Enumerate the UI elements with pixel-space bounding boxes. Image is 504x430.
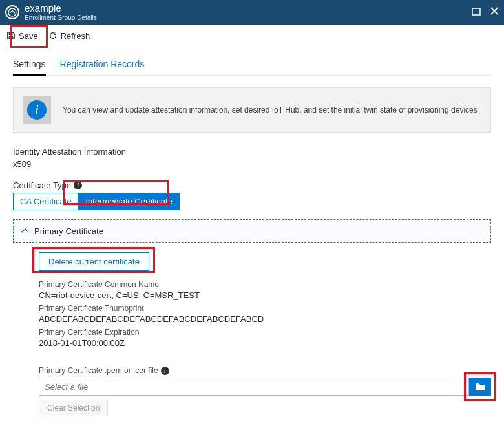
- info-text: You can view and update attestation info…: [63, 105, 478, 114]
- service-icon: [5, 5, 19, 19]
- refresh-button[interactable]: Refresh: [48, 31, 90, 41]
- cert-type-toggle: CA Certificate Intermediate Certificate: [13, 193, 491, 210]
- identity-value: x509: [13, 159, 491, 169]
- info-banner: i You can view and update attestation in…: [13, 87, 491, 133]
- info-dot-icon[interactable]: i: [161, 367, 169, 375]
- cert-type-intermediate[interactable]: Intermediate Certificate: [78, 193, 179, 210]
- panel-title: example: [25, 3, 97, 14]
- cert-type-ca[interactable]: CA Certificate: [13, 193, 78, 210]
- panel-header: example Enrollment Group Details: [0, 0, 504, 25]
- thumb-value: ABCDEFABCDEFABCDEFABCDEFABCDEFABCDEFABCD: [39, 314, 491, 324]
- info-dot-icon[interactable]: i: [74, 181, 82, 189]
- file-label: Primary Certificate .pem or .cer file: [39, 366, 158, 375]
- svg-rect-1: [472, 8, 480, 15]
- file-browse-button[interactable]: [469, 378, 491, 396]
- info-icon-wrap: i: [23, 96, 51, 124]
- file-select-input[interactable]: [39, 378, 469, 396]
- refresh-label: Refresh: [61, 31, 90, 41]
- clear-selection-button[interactable]: Clear Selection: [39, 400, 108, 416]
- save-icon: [6, 31, 16, 40]
- chevron-up-icon: [21, 228, 28, 235]
- close-icon[interactable]: [490, 6, 499, 18]
- command-bar: Save Refresh: [0, 25, 504, 47]
- cn-value: CN=riot-device-cert, C=US, O=MSR_TEST: [39, 290, 491, 300]
- primary-cert-expander[interactable]: Primary Certificate: [13, 219, 491, 243]
- info-icon: i: [27, 100, 47, 120]
- delete-certificate-button[interactable]: Delete current certificate: [39, 252, 149, 271]
- tab-registration-records[interactable]: Registration Records: [60, 55, 145, 75]
- cert-type-label: Certificate Type: [13, 180, 71, 190]
- save-button[interactable]: Save: [6, 31, 38, 41]
- svg-point-0: [8, 8, 16, 16]
- identity-label: Identity Attestation Information: [13, 147, 491, 156]
- folder-icon: [475, 382, 485, 392]
- refresh-icon: [48, 31, 58, 40]
- panel-subtitle: Enrollment Group Details: [25, 14, 97, 21]
- primary-cert-body: Delete current certificate Primary Certi…: [13, 243, 491, 416]
- maximize-icon[interactable]: [472, 6, 481, 18]
- thumb-label: Primary Certificate Thumbprint: [39, 304, 491, 313]
- content-area: Settings Registration Records i You can …: [0, 47, 504, 430]
- exp-value: 2018-01-01T00:00:00Z: [39, 338, 491, 348]
- cn-label: Primary Certificate Common Name: [39, 280, 491, 289]
- exp-label: Primary Certificate Expiration: [39, 328, 491, 337]
- save-label: Save: [19, 31, 38, 41]
- primary-cert-title: Primary Certificate: [34, 226, 103, 236]
- tab-bar: Settings Registration Records: [13, 55, 491, 76]
- tab-settings[interactable]: Settings: [13, 55, 46, 76]
